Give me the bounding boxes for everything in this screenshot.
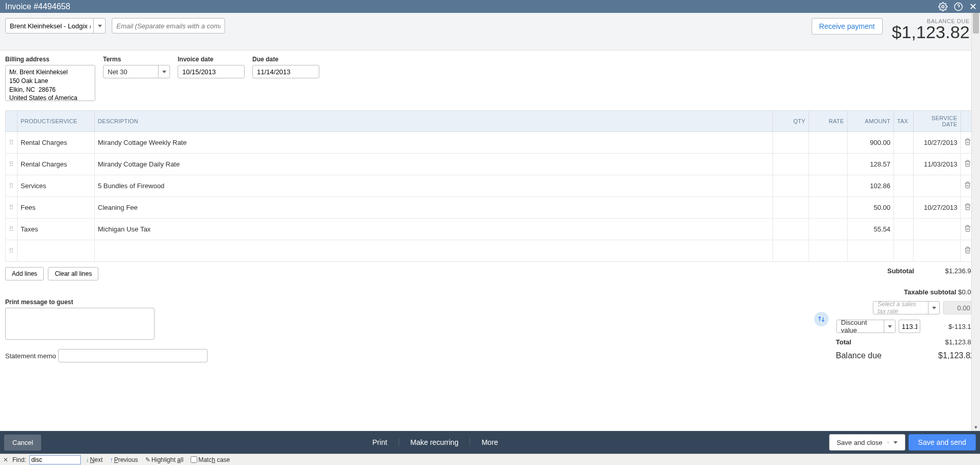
invoice-date-field[interactable] [178,65,245,78]
trash-icon[interactable] [964,224,971,232]
customer-select[interactable] [5,18,106,34]
cell-tax[interactable] [894,219,914,240]
cell-description[interactable] [95,240,773,262]
close-icon[interactable]: ✕ [969,2,977,11]
cell-qty[interactable] [773,175,809,197]
cell-product[interactable]: Rental Charges [18,154,95,175]
cancel-button[interactable]: Cancel [4,435,41,451]
cell-tax[interactable] [894,240,914,262]
table-row[interactable]: ⠿Services5 Bundles of Firewood102.86 [6,175,975,197]
cell-qty[interactable] [773,154,809,175]
scroll-thumb[interactable] [973,13,979,34]
drag-handle-icon[interactable]: ⠿ [6,175,18,197]
cell-rate[interactable] [809,154,848,175]
more-link[interactable]: More [470,438,509,446]
save-and-send-button[interactable]: Save and send [908,434,976,451]
cell-tax[interactable] [894,154,914,175]
arrow-up-icon: ↑ [110,456,113,463]
cell-service-date[interactable] [914,219,961,240]
save-and-close-button[interactable]: Save and close [829,434,905,451]
cell-service-date[interactable] [914,240,961,262]
discount-type-select[interactable]: Discount value [836,320,896,333]
trash-icon[interactable] [964,203,971,211]
table-row[interactable]: ⠿Rental ChargesMirandy Cottage Daily Rat… [6,154,975,175]
cell-amount[interactable]: 102.86 [848,175,894,197]
receive-payment-button[interactable]: Receive payment [812,18,883,35]
cell-qty[interactable] [773,197,809,219]
highlight-all-button[interactable]: ✎ Highlight all [143,456,185,463]
cell-amount[interactable]: 55.54 [848,219,894,240]
table-row[interactable]: ⠿Rental ChargesMirandy Cottage Weekly Ra… [6,132,975,154]
print-message-field[interactable] [5,308,154,340]
terms-select[interactable]: Net 30 [103,65,170,78]
customer-input[interactable] [5,18,106,34]
tax-rate-select[interactable]: Select a sales tax rate [873,301,940,314]
chevron-down-icon[interactable] [928,302,939,314]
cell-amount[interactable]: 50.00 [848,197,894,219]
cell-qty[interactable] [773,132,809,154]
cell-description[interactable]: Michigan Use Tax [95,219,773,240]
cell-service-date[interactable]: 10/27/2013 [914,132,961,154]
drag-handle-icon[interactable]: ⠿ [6,240,18,262]
make-recurring-link[interactable]: Make recurring [399,438,470,446]
match-case-checkbox[interactable]: Match case [188,456,232,463]
vertical-scrollbar[interactable]: ▲ ▼ [971,13,980,431]
cell-service-date[interactable]: 11/03/2013 [914,154,961,175]
cell-product[interactable] [18,240,95,262]
drag-handle-icon[interactable]: ⠿ [6,132,18,154]
help-icon[interactable] [954,2,963,11]
cell-rate[interactable] [809,175,848,197]
gear-icon[interactable] [938,2,948,11]
table-row[interactable]: ⠿FeesCleaning Fee50.0010/27/2013 [6,197,975,219]
cell-amount[interactable]: 900.00 [848,132,894,154]
cell-product[interactable]: Fees [18,197,95,219]
swap-icon[interactable] [814,312,829,326]
close-find-icon[interactable]: ✕ [2,456,9,463]
trash-icon[interactable] [964,159,971,168]
cell-rate[interactable] [809,197,848,219]
find-previous-button[interactable]: ↑ Previous [108,456,140,463]
due-date-field[interactable] [252,65,319,78]
cell-product[interactable]: Rental Charges [18,132,95,154]
scroll-down-icon[interactable]: ▼ [973,423,979,431]
cell-product[interactable]: Services [18,175,95,197]
cell-rate[interactable] [809,240,848,262]
cell-description[interactable]: Cleaning Fee [95,197,773,219]
drag-handle-icon[interactable]: ⠿ [6,154,18,175]
billing-address-field[interactable] [5,65,95,101]
cell-tax[interactable] [894,175,914,197]
statement-memo-field[interactable] [58,349,208,362]
cell-rate[interactable] [809,219,848,240]
cell-amount[interactable] [848,240,894,262]
cell-product[interactable]: Taxes [18,219,95,240]
chevron-down-icon[interactable] [158,65,169,78]
chevron-down-icon[interactable] [93,18,106,34]
cell-description[interactable]: 5 Bundles of Firewood [95,175,773,197]
clear-all-lines-button[interactable]: Clear all lines [48,267,98,280]
cell-description[interactable]: Mirandy Cottage Daily Rate [95,154,773,175]
cell-description[interactable]: Mirandy Cottage Weekly Rate [95,132,773,154]
trash-icon[interactable] [964,181,971,189]
email-input[interactable] [112,18,225,34]
cell-rate[interactable] [809,132,848,154]
find-input[interactable] [29,455,81,464]
cell-amount[interactable]: 128.57 [848,154,894,175]
chevron-down-icon[interactable] [884,320,895,333]
trash-icon[interactable] [964,246,971,254]
trash-icon[interactable] [964,138,971,146]
add-lines-button[interactable]: Add lines [5,267,44,280]
table-row[interactable]: ⠿TaxesMichigan Use Tax55.54 [6,219,975,240]
cell-service-date[interactable] [914,175,961,197]
chevron-down-icon[interactable] [888,441,898,444]
discount-value-input[interactable] [899,320,920,333]
cell-tax[interactable] [894,197,914,219]
cell-qty[interactable] [773,240,809,262]
cell-tax[interactable] [894,132,914,154]
find-next-button[interactable]: ↓ Next [84,456,105,463]
print-link[interactable]: Print [361,438,399,446]
cell-service-date[interactable]: 10/27/2013 [914,197,961,219]
drag-handle-icon[interactable]: ⠿ [6,219,18,240]
table-row[interactable]: ⠿ [6,240,975,262]
drag-handle-icon[interactable]: ⠿ [6,197,18,219]
cell-qty[interactable] [773,219,809,240]
